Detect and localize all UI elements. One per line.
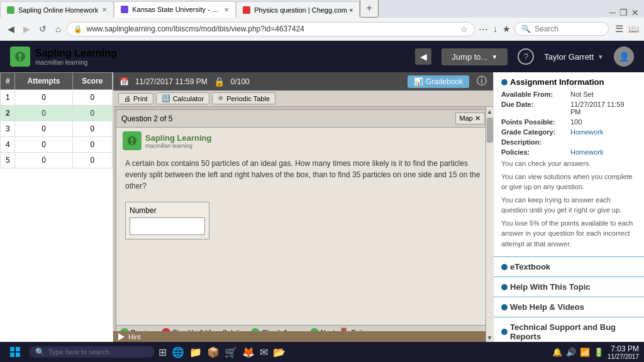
assignment-info-section: Assignment Information Available From: N… [494, 72, 644, 257]
taskbar-time-display: 7:03 PM [608, 344, 639, 353]
tab-chegg[interactable]: Physics question | Chegg.com × [236, 1, 360, 18]
extensions-area-icon[interactable]: ☰ [615, 23, 623, 35]
svg-rect-5 [16, 347, 20, 351]
number-input[interactable] [130, 217, 205, 235]
battery-icon[interactable]: 🔋 [594, 348, 604, 357]
tab-close-sapling[interactable]: ✕ [102, 6, 107, 13]
description-label: Description: [501, 138, 570, 146]
gradebook-button[interactable]: 📊 Gradebook [408, 75, 469, 88]
search-input[interactable] [535, 25, 597, 33]
taskbar-search-input[interactable] [48, 348, 124, 356]
calculator-icon: 🔢 [162, 94, 170, 102]
policies-value[interactable]: Homework [570, 148, 604, 156]
hint-section: Hint [113, 331, 486, 343]
sapling-inner-svg [126, 135, 138, 146]
help-button[interactable]: ? [518, 48, 534, 65]
map-button[interactable]: Map ✕ [455, 112, 485, 124]
sapling-inner-logo-icon [123, 131, 142, 150]
question-header: 📅 11/27/2017 11:59 PM 🔒 0/100 📊 Gradeboo… [113, 72, 493, 90]
sapling-inner-logo-sub: macmillan learning [145, 143, 211, 149]
taskbar-clock: 7:03 PM 11/27/2017 [608, 344, 639, 360]
nav-back-button[interactable]: ◀ [415, 48, 431, 65]
policy-text-4: You lose 5% of the points available to e… [501, 218, 636, 250]
home-button[interactable]: ⌂ [53, 23, 63, 35]
print-label: Print [133, 95, 148, 102]
user-avatar[interactable]: 👤 [614, 47, 634, 67]
restore-icon[interactable]: ❐ [619, 8, 628, 18]
web-help-section[interactable]: Web Help & Videos [494, 297, 644, 317]
network-icon[interactable]: 📶 [580, 348, 590, 357]
user-name: Taylor Garrett [544, 52, 594, 62]
user-menu-button[interactable]: Taylor Garrett ▼ [544, 52, 604, 62]
start-button[interactable] [5, 344, 25, 359]
scroll-down-button[interactable]: ▼ [486, 333, 493, 343]
question-number-bar: Question 2 of 5 Map ✕ [116, 110, 490, 128]
browser-search-bar[interactable]: 🔍 [514, 22, 609, 36]
reader-view-icon[interactable]: 📖 [628, 24, 639, 34]
edge-icon[interactable]: 🌐 [172, 346, 184, 358]
available-from-label: Available From: [501, 90, 570, 98]
jump-to-button[interactable]: Jump to... ▼ [441, 48, 508, 65]
tab-sapling[interactable]: Sapling Online Homework ✕ [0, 1, 114, 18]
star-icon[interactable]: ★ [502, 24, 511, 34]
tab-kstate[interactable]: Kansas State University - PHYS... ✕ [114, 1, 236, 18]
address-text: www.saplinglearning.com/ibiscms/mod/ibis… [86, 25, 457, 33]
due-date-value: 11/27/2017 11:59 PM [570, 101, 636, 116]
policies-label: Policies: [501, 148, 570, 156]
etextbook-section[interactable]: eTextbook [494, 257, 644, 277]
taskbar: 🔍 ⊞ 🌐 📁 📦 🛒 🦊 ✉ 📂 🔔 🔊 📶 🔋 7:03 PM 11/27/… [0, 342, 644, 362]
close-icon[interactable]: ✕ [631, 8, 639, 18]
question-frame: Question 2 of 5 Map ✕ Sapling Learning [113, 107, 493, 343]
address-bar: ◀ ▶ ↺ ⌂ 🔒 www.saplinglearning.com/ibiscm… [0, 18, 644, 40]
sapling-inner-logo: Sapling Learning macmillan learning [116, 128, 490, 154]
refresh-button[interactable]: ↺ [36, 23, 49, 35]
policies-row: Policies: Homework [501, 148, 636, 156]
extensions-icon[interactable]: ⋯ [479, 23, 488, 35]
amazon-icon[interactable]: 📦 [207, 346, 219, 358]
help-topic-title: Help With This Topic [501, 282, 636, 292]
calculator-button[interactable]: 🔢 Calculator [156, 92, 210, 104]
print-icon: 🖨 [124, 95, 131, 102]
scroll-up-button[interactable]: ▲ [486, 107, 493, 116]
back-button[interactable]: ◀ [5, 23, 17, 35]
address-input[interactable]: 🔒 www.saplinglearning.com/ibiscms/mod/ib… [67, 22, 475, 36]
taskview-icon[interactable]: ⊞ [158, 346, 167, 358]
attempts-table: # Attempts Score 100200300400500 [0, 72, 113, 168]
print-button[interactable]: 🖨 Print [118, 93, 153, 104]
folder-icon[interactable]: 📂 [273, 346, 286, 358]
periodic-table-button[interactable]: ⚛ Periodic Table [212, 92, 275, 104]
download-icon[interactable]: ↓ [493, 24, 497, 34]
mail-icon[interactable]: ✉ [260, 346, 268, 358]
amazon2-icon[interactable]: 🛒 [225, 346, 237, 358]
address-icons: ☆ [460, 25, 468, 34]
tab-label-chegg: Physics question | Chegg.com × [254, 6, 353, 14]
points-label: Points Possible: [501, 118, 570, 126]
minimize-icon[interactable]: ─ [609, 8, 616, 18]
help-topic-section[interactable]: Help With This Topic [494, 277, 644, 297]
vertical-scrollbar[interactable]: ▲ ▼ [486, 107, 493, 343]
firefox-icon[interactable]: 🦊 [242, 346, 255, 358]
windows-logo-icon [10, 347, 20, 357]
tab-close-kstate[interactable]: ✕ [224, 6, 229, 13]
tab-label-sapling: Sapling Online Homework [18, 6, 98, 14]
question-text: A certain box contains 50 particles of a… [116, 154, 490, 198]
table-row[interactable]: 200 [1, 106, 113, 121]
notification-icon[interactable]: 🔔 [552, 348, 562, 357]
close-question-button[interactable]: ⓘ [477, 75, 487, 88]
forward-button[interactable]: ▶ [21, 23, 33, 35]
table-row[interactable]: 100 [1, 90, 113, 106]
file-explorer-icon[interactable]: 📁 [189, 346, 202, 358]
tech-support-section[interactable]: Technical Support and Bug Reports [494, 317, 644, 343]
grade-category-row: Grade Category: Homework [501, 128, 636, 136]
taskbar-search-bar[interactable]: 🔍 [29, 346, 155, 358]
volume-icon[interactable]: 🔊 [566, 348, 576, 357]
grade-category-value[interactable]: Homework [570, 128, 604, 136]
bookmark-icon[interactable]: ☆ [460, 25, 468, 34]
logo-subtitle: macmillan learning [35, 59, 117, 66]
table-row[interactable]: 300 [1, 121, 113, 137]
description-row: Description: [501, 138, 636, 146]
search-icon: 🔍 [521, 25, 531, 33]
new-tab-button[interactable]: + [360, 0, 378, 18]
table-row[interactable]: 400 [1, 137, 113, 153]
table-row[interactable]: 500 [1, 153, 113, 168]
